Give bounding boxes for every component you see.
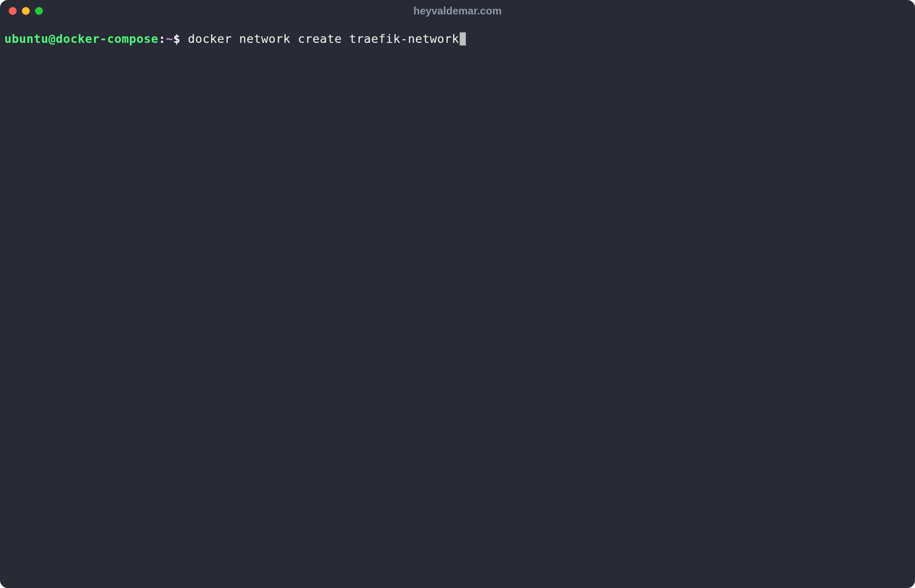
prompt-line: ubuntu@docker-compose:~$ docker network … <box>4 31 911 47</box>
maximize-button[interactable] <box>35 7 43 15</box>
prompt-symbol: $ <box>173 31 180 47</box>
cursor-icon <box>460 32 466 46</box>
traffic-lights <box>9 7 43 15</box>
window-title: heyvaldemar.com <box>413 5 501 17</box>
prompt-path: ~ <box>166 31 173 47</box>
command-text: docker network create traefik-network <box>180 31 459 47</box>
prompt-separator: : <box>158 31 166 47</box>
minimize-button[interactable] <box>22 7 30 15</box>
terminal-window: heyvaldemar.com ubuntu@docker-compose:~$… <box>0 0 915 588</box>
terminal-body[interactable]: ubuntu@docker-compose:~$ docker network … <box>0 22 915 588</box>
titlebar: heyvaldemar.com <box>0 0 915 22</box>
close-button[interactable] <box>9 7 17 15</box>
prompt-user-host: ubuntu@docker-compose <box>4 31 158 47</box>
